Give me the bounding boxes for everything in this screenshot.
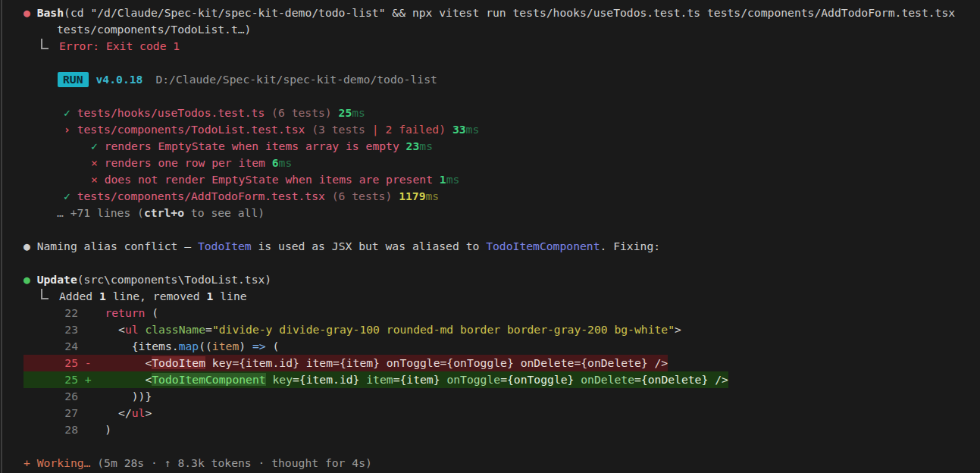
- code-attribute: className: [145, 323, 205, 336]
- test-duration: 33: [452, 123, 466, 136]
- line-number: 25: [23, 371, 78, 388]
- code-tag: ul: [132, 406, 146, 419]
- test-file-name: tests/components/TodoList.test.tsx: [70, 123, 305, 136]
- code-text: (: [145, 306, 158, 319]
- cross-icon: ×: [91, 156, 98, 169]
- code-attribute: onToggle: [440, 373, 501, 386]
- diff-added-line: 25 + <TodoItemComponent key={item.id} it…: [0, 371, 980, 388]
- test-case-name: renders one row per item: [98, 156, 272, 169]
- working-label: Working…: [30, 456, 97, 469]
- line-number: 28: [23, 421, 78, 438]
- bash-error-line: Error: Exit code 1: [0, 38, 980, 55]
- code-text: >: [145, 406, 152, 419]
- diff-removed-line: 25 - <TodoItem key={item.id} item={item}…: [0, 355, 980, 371]
- vitest-header: RUNv4.0.18D:/Claude/Spec-kit/spec-kit-de…: [0, 71, 980, 88]
- inline-code: TodoItemComponent: [486, 240, 600, 252]
- test-duration: 6: [272, 156, 279, 169]
- code-text: ): [78, 423, 111, 436]
- status-line: + Working… (5m 28s · ↑ 8.3k tokens · tho…: [0, 455, 980, 471]
- test-file-name: tests/hooks/useTodos.test.ts: [70, 106, 265, 119]
- note-text: . Fixing:: [600, 240, 661, 252]
- bash-command-args: (cd "/d/Claude/Spec-kit/spec-kit-demo/to…: [64, 6, 955, 19]
- note-bullet-icon: ●: [23, 240, 30, 252]
- test-file-row: › tests/components/TodoList.test.tsx (3 …: [0, 121, 980, 138]
- test-fail-count: | 2 failed): [372, 123, 452, 136]
- note-text: is used as JSX but was aliased to: [252, 240, 487, 252]
- terminal-screen: { "bash": { "bullet": "●", "tool": " Bas…: [0, 0, 980, 473]
- line-number: 25: [23, 355, 78, 371]
- test-count: (6 tests): [265, 106, 338, 119]
- code-text: ((: [199, 340, 212, 352]
- code-text: key={item.id} item={item} onToggle={onTo…: [205, 356, 668, 369]
- tool-bullet-icon: ●: [23, 273, 30, 286]
- test-case-row: × renders one row per item 6ms: [0, 155, 980, 171]
- tool-bullet-icon: ●: [23, 6, 30, 19]
- test-duration: 25: [339, 106, 352, 119]
- code-line: 23 <ul className="divide-y divide-gray-1…: [0, 321, 980, 338]
- code-parameter: item: [212, 340, 239, 352]
- diff-minus-marker: -: [78, 356, 99, 369]
- code-text: />: [708, 373, 728, 386]
- blank-line: [0, 88, 980, 105]
- update-summary: Added: [59, 290, 99, 302]
- update-file-path: (src\components\TodoList.tsx): [77, 273, 271, 286]
- test-case-name: does not render EmptyState when items ar…: [98, 173, 440, 186]
- code-keyword: return: [105, 306, 145, 319]
- inline-code: TodoItem: [198, 240, 252, 252]
- spinner-icon: +: [23, 456, 30, 469]
- diff-removed-band: 25 - <TodoItem key={item.id} item={item}…: [23, 355, 668, 371]
- code-tag: ul: [125, 323, 139, 336]
- cross-icon: ×: [91, 173, 98, 186]
- tool-name: Update: [30, 273, 77, 286]
- status-meta: (5m 28s · ↑ 8.3k tokens · thought for 4s…: [97, 456, 372, 469]
- code-text: <: [99, 373, 152, 386]
- code-text: <: [78, 323, 125, 336]
- code-value: ={item}: [393, 373, 440, 386]
- test-duration: 1: [440, 173, 446, 186]
- update-summary: line, removed: [106, 290, 207, 302]
- test-case-name: renders EmptyState when items array is e…: [98, 139, 406, 152]
- vitest-version: v4.0.18: [96, 73, 143, 86]
- result-elbow-icon: [41, 39, 49, 49]
- test-duration-unit: ms: [466, 123, 480, 136]
- test-case-row: ✓ renders EmptyState when items array is…: [0, 138, 980, 155]
- test-duration: 23: [406, 139, 420, 152]
- code-text: >: [675, 323, 681, 336]
- code-text: <: [99, 356, 152, 369]
- line-number: 24: [23, 338, 78, 355]
- code-line: 24 {items.map((item) => (: [0, 338, 980, 355]
- code-value: ={onToggle}: [500, 373, 574, 386]
- code-text: </: [78, 406, 132, 419]
- diff-removed-word: TodoItem: [152, 356, 205, 369]
- test-duration-unit: ms: [352, 106, 365, 119]
- truncated-output-row: … +71 lines (ctrl+o to see all): [0, 205, 980, 221]
- added-count: 1: [99, 290, 106, 302]
- error-text: Error: Exit code 1: [59, 39, 180, 52]
- test-duration-unit: ms: [446, 173, 460, 186]
- bash-command-line: ● Bash(cd "/d/Claude/Spec-kit/spec-kit-d…: [0, 5, 980, 21]
- blank-line: [0, 55, 980, 71]
- code-value: ={item.id}: [293, 373, 359, 386]
- test-duration-unit: ms: [419, 139, 433, 152]
- code-string: "divide-y divide-gray-100 rounded-md bor…: [212, 323, 675, 336]
- update-summary: line: [213, 290, 246, 302]
- test-count: (6 tests): [325, 190, 399, 202]
- blank-line: [0, 255, 980, 271]
- code-text: ): [239, 340, 252, 352]
- line-number: 27: [23, 405, 78, 421]
- chevron-right-icon: ›: [64, 123, 70, 136]
- check-icon: ✓: [64, 190, 70, 202]
- vitest-cwd-path: D:/Claude/Spec-kit/spec-kit-demo/todo-li…: [155, 73, 437, 86]
- assistant-note-row: ● Naming alias conflict — TodoItem is us…: [0, 238, 980, 255]
- note-text: Naming alias conflict —: [30, 240, 198, 252]
- line-number: 22: [23, 305, 78, 321]
- code-line: 22 return (: [0, 305, 980, 321]
- test-duration-unit: ms: [426, 190, 440, 202]
- code-value: ={onDelete}: [634, 373, 708, 386]
- test-file-name: tests/components/AddTodoForm.test.tsx: [70, 190, 325, 202]
- run-badge: RUN: [58, 72, 89, 87]
- more-lines-text-end: to see all): [184, 206, 265, 219]
- code-text: {items.: [78, 340, 179, 352]
- code-line: 26 ))}: [0, 388, 980, 405]
- code-text: (: [266, 340, 280, 352]
